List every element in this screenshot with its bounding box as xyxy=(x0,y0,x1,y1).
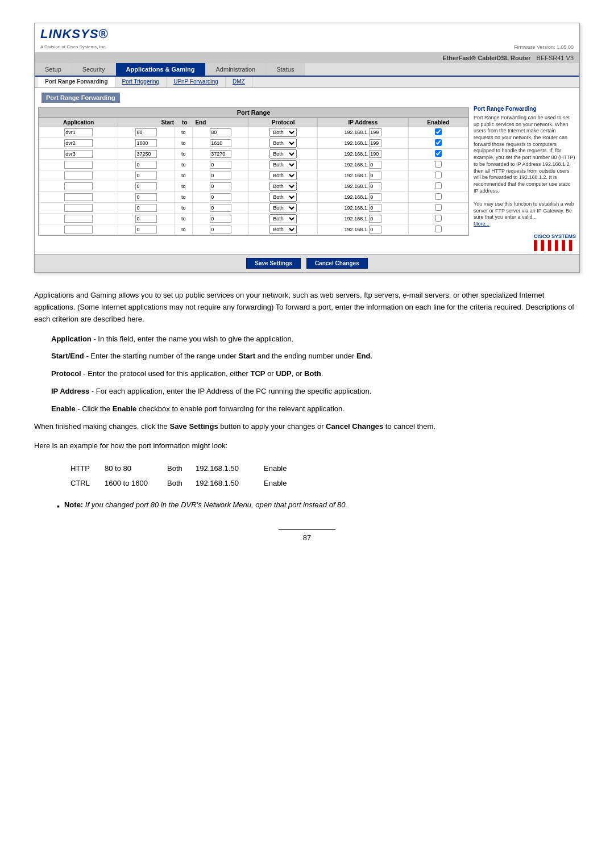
enabled-checkbox-1[interactable] xyxy=(435,139,442,146)
description-area: Applications and Gaming allows you to se… xyxy=(34,290,580,512)
start-input-4[interactable] xyxy=(135,172,157,180)
router-header: LINKSYS® A Division of Cisco Systems, In… xyxy=(35,23,579,53)
ip-input-9[interactable] xyxy=(369,226,381,233)
tab-applications-gaming[interactable]: Applications & Gaming xyxy=(116,63,206,76)
ex2-ip: 192.168.1.50 xyxy=(193,476,262,490)
start-input-1[interactable] xyxy=(135,139,157,147)
ip-input-8[interactable] xyxy=(369,215,381,223)
start-input-3[interactable] xyxy=(135,161,157,169)
more-link[interactable]: More... xyxy=(474,221,489,227)
protocol-select-1[interactable]: BothTCPUDP xyxy=(269,139,297,148)
end-input-6[interactable] xyxy=(210,193,231,201)
ip-input-2[interactable] xyxy=(369,150,381,158)
ip-input-5[interactable] xyxy=(369,182,381,190)
enabled-checkbox-0[interactable] xyxy=(435,128,442,135)
subnav-port-range[interactable]: Port Range Forwarding xyxy=(38,77,115,87)
protocol-select-2[interactable]: BothTCPUDP xyxy=(269,149,297,158)
subnav-dmz[interactable]: DMZ xyxy=(226,77,252,87)
cisco-text: CISCO SYSTEMS xyxy=(474,233,576,240)
app-input-8[interactable] xyxy=(64,215,93,223)
help-more: You may use this function to establish a… xyxy=(474,201,576,221)
main-content: Port Range Application Start to End Prot… xyxy=(35,103,579,254)
ip-input-0[interactable] xyxy=(369,128,381,136)
tab-security[interactable]: Security xyxy=(72,63,116,76)
enabled-checkbox-3[interactable] xyxy=(435,161,442,168)
app-input-9[interactable] xyxy=(64,226,93,233)
ex2-app: CTRL xyxy=(68,476,102,490)
table-row: toBothTCPUDP192.168.1. xyxy=(39,214,468,224)
app-input-6[interactable] xyxy=(64,193,93,201)
start-input-5[interactable] xyxy=(135,182,157,190)
protocol-select-3[interactable]: BothTCPUDP xyxy=(269,160,297,169)
save-note-paragraph: When finished making changes, click the … xyxy=(34,421,580,433)
ip-input-3[interactable] xyxy=(369,161,381,169)
protocol-select-0[interactable]: BothTCPUDP xyxy=(269,128,297,137)
protocol-select-9[interactable]: BothTCPUDP xyxy=(269,225,297,234)
end-input-0[interactable] xyxy=(210,128,231,136)
start-input-7[interactable] xyxy=(135,204,157,212)
enabled-checkbox-9[interactable] xyxy=(435,226,442,232)
end-input-4[interactable] xyxy=(210,172,231,180)
subnav-port-triggering[interactable]: Port Triggering xyxy=(115,77,167,87)
ip-input-7[interactable] xyxy=(369,204,381,212)
protocol-select-6[interactable]: BothTCPUDP xyxy=(269,193,297,202)
end-input-9[interactable] xyxy=(210,226,231,233)
start-input-8[interactable] xyxy=(135,215,157,223)
enabled-checkbox-4[interactable] xyxy=(435,172,442,178)
section-header: Port Range Forwarding xyxy=(42,93,120,103)
protocol-select-8[interactable]: BothTCPUDP xyxy=(269,214,297,223)
tab-setup[interactable]: Setup xyxy=(35,63,72,76)
ip-label: IP Address xyxy=(51,387,89,395)
cancel-changes-button[interactable]: Cancel Changes xyxy=(306,258,368,269)
tab-administration[interactable]: Administration xyxy=(206,63,267,76)
end-input-8[interactable] xyxy=(210,215,231,223)
start-input-6[interactable] xyxy=(135,193,157,201)
subnav-upnp[interactable]: UPnP Forwarding xyxy=(167,77,226,87)
ex2-enabled: Enable xyxy=(262,476,301,490)
example-table: HTTP 80 to 80 Both 192.168.1.50 Enable C… xyxy=(68,461,580,490)
field-enable: Enable - Click the Enable checkbox to en… xyxy=(51,403,580,415)
app-input-2[interactable] xyxy=(64,150,93,158)
ip-input-6[interactable] xyxy=(369,193,381,201)
protocol-select-5[interactable]: BothTCPUDP xyxy=(269,182,297,191)
app-input-3[interactable] xyxy=(64,161,93,169)
ip-input-4[interactable] xyxy=(369,172,381,180)
bottom-bar: Save Settings Cancel Changes xyxy=(35,254,579,272)
save-settings-button[interactable]: Save Settings xyxy=(246,258,301,269)
end-input-2[interactable] xyxy=(210,150,231,158)
start-input-2[interactable] xyxy=(135,150,157,158)
app-input-1[interactable] xyxy=(64,139,93,147)
app-input-5[interactable] xyxy=(64,182,93,190)
end-input-5[interactable] xyxy=(210,182,231,190)
enabled-checkbox-8[interactable] xyxy=(435,215,442,222)
example-intro: Here is an example for how the port info… xyxy=(34,440,580,452)
col-enabled: Enabled xyxy=(408,118,468,127)
end-input-3[interactable] xyxy=(210,161,231,169)
end-input-1[interactable] xyxy=(210,139,231,147)
ip-input-1[interactable] xyxy=(369,139,381,147)
protocol-select-7[interactable]: BothTCPUDP xyxy=(269,203,297,212)
enabled-checkbox-5[interactable] xyxy=(435,182,442,189)
start-input-9[interactable] xyxy=(135,226,157,233)
tab-status[interactable]: Status xyxy=(266,63,305,76)
protocol-select-4[interactable]: BothTCPUDP xyxy=(269,171,297,180)
ex2-protocol: Both xyxy=(165,476,193,490)
app-input-4[interactable] xyxy=(64,172,93,180)
nav-tabs: Setup Security Applications & Gaming Adm… xyxy=(35,63,579,77)
page-number: 87 xyxy=(279,529,335,542)
enabled-checkbox-2[interactable] xyxy=(435,150,442,157)
cisco-icon: ▌▌▌▌▌▌ xyxy=(474,240,576,252)
enabled-checkbox-7[interactable] xyxy=(435,204,442,211)
ex2-range: 1600 to 1600 xyxy=(102,476,165,490)
enabled-checkbox-6[interactable] xyxy=(435,193,442,200)
app-input-0[interactable] xyxy=(64,128,93,136)
end-input-7[interactable] xyxy=(210,204,231,212)
ex1-protocol: Both xyxy=(165,461,193,475)
linksys-logo: LINKSYS® A Division of Cisco Systems, In… xyxy=(40,27,109,50)
app-input-7[interactable] xyxy=(64,204,93,212)
model-bar: EtherFast® Cable/DSL Router BEFSR41 V3 xyxy=(35,53,579,63)
table-row: toBothTCPUDP192.168.1. xyxy=(39,149,468,160)
start-input-0[interactable] xyxy=(135,128,157,136)
field-application: Application - In this field, enter the n… xyxy=(51,333,580,345)
port-range-section: Port Range Application Start to End Prot… xyxy=(38,107,469,236)
